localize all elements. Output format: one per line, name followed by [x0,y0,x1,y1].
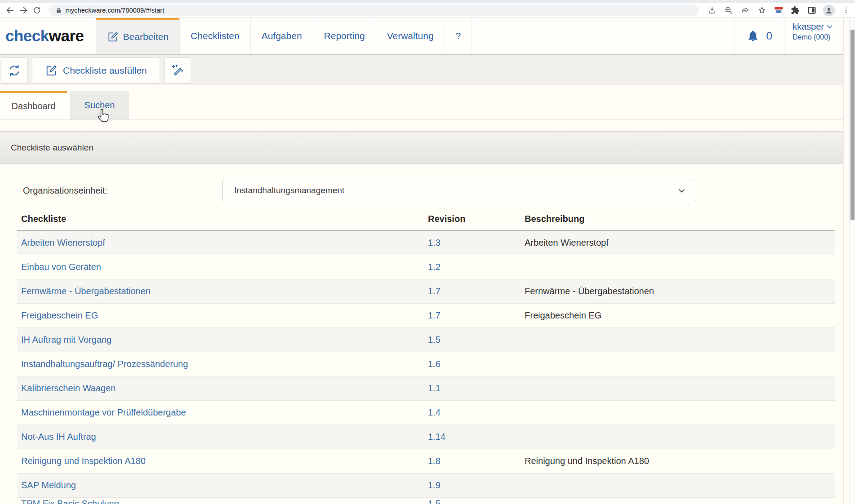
kebab-menu-icon[interactable] [841,4,851,17]
page-scrollbar [849,18,855,504]
checklist-link[interactable]: TPM Fix Basic Schulung [17,498,424,504]
nav-item-checklisten[interactable]: Checklisten [179,18,250,54]
checklist-revision: 1.7 [424,310,521,321]
checklist-description: Reinigung und Inspektion A180 [521,456,835,466]
panel-title: Checkliste auswählen [11,143,94,153]
forward-icon[interactable] [17,4,31,17]
notifications-button[interactable]: 0 [735,18,784,54]
puzzle-extensions-icon[interactable] [790,4,801,17]
header-right: 0 kkasper Demo (000) [735,18,843,54]
panel-content: Organisationseinheit: Instandhaltungsman… [0,164,843,504]
logo-part-ware: ware [49,27,84,45]
checklist-revision: 1.6 [424,359,521,369]
column-header-checkliste: Checkliste [17,214,424,224]
checklist-revision: 1.5 [424,335,521,345]
nav-item-verwaltung[interactable]: Verwaltung [376,18,445,54]
page-tabs: Dashboard Suchen [0,91,843,120]
edit-square-icon [107,31,119,43]
checklist-link[interactable]: SAP Meldung [17,480,424,491]
screenshot-root: mycheckware.com/700009/#/start [0,0,855,504]
checklist-description [521,498,835,499]
nav-item-label: Verwaltung [387,31,434,41]
table-row: TPM Fix Basic Schulung 1.5 [17,498,835,504]
table-row: Einbau von Geräten 1.2 [17,255,835,279]
app-header: checkware Bearbeiten Checklisten Aufgabe… [0,18,843,55]
user-name: kkasper [793,22,824,32]
scrollbar-thumb[interactable] [851,30,855,220]
org-unit-value: Instandhaltungsmanagement [234,186,677,195]
checklist-link[interactable]: IH Auftrag mit Vorgang [17,335,424,345]
org-unit-row: Organisationseinheit: Instandhaltungsman… [0,180,843,201]
nav-item-bearbeiten[interactable]: Bearbeiten [96,18,180,54]
nav-item-label: Checklisten [191,31,240,41]
bookmark-star-icon[interactable] [757,4,767,17]
chevron-down-icon [826,23,833,31]
checklist-description: Fernwärme - Übergabestationen [521,286,835,296]
tab-label: Dashboard [12,101,56,111]
checklist-link[interactable]: Not-Aus IH Auftrag [17,432,424,442]
checklist-link[interactable]: Freigabeschein EG [17,310,424,321]
url-bar[interactable]: mycheckware.com/700009/#/start [49,4,699,16]
back-icon[interactable] [4,4,17,17]
reload-icon[interactable] [30,4,44,17]
checklist-revision: 1.9 [424,480,521,491]
table-row: Not-Aus IH Auftrag 1.14 [17,425,835,449]
checklist-revision: 1.8 [424,456,521,466]
nav-item-help[interactable]: ? [445,18,472,54]
checklist-revision: 1.3 [424,238,521,248]
table-row: Arbeiten Wienerstopf 1.3 Arbeiten Wiener… [17,231,835,255]
extension-colored-icon[interactable] [773,4,784,17]
browser-toolbar: mycheckware.com/700009/#/start [0,3,855,18]
split-screen-icon[interactable] [806,4,817,17]
checklist-description: Arbeiten Wienerstopf [521,238,835,248]
nav-item-reporting[interactable]: Reporting [313,18,376,54]
lock-icon [55,7,62,14]
org-unit-select[interactable]: Instandhaltungsmanagement [223,180,696,201]
checklist-link[interactable]: Maschinenmontage vor Prüffeldübergabe [17,407,424,418]
refresh-icon [8,64,21,77]
profile-avatar-icon[interactable] [823,4,835,16]
checklist-revision: 1.7 [424,286,521,296]
table-body: Arbeiten Wienerstopf 1.3 Arbeiten Wiener… [17,231,835,504]
checklist-link[interactable]: Kalibrierschein Waagen [17,383,424,393]
logo-part-check: check [5,27,49,45]
fill-checklist-label: Checkliste ausfüllen [63,65,147,76]
checklist-link[interactable]: Reinigung und Inspektion A180 [17,456,424,466]
refresh-button[interactable] [1,57,28,84]
tab-suchen[interactable]: Suchen [70,91,129,119]
user-org: Demo (000) [793,33,833,41]
action-toolbar: Checkliste ausfüllen [0,55,843,85]
checklist-revision: 1.5 [424,498,521,504]
table-header-row: Checkliste Revision Beschreibung [17,208,835,231]
checklist-revision: 1.4 [424,407,521,418]
nav-item-aufgaben[interactable]: Aufgaben [250,18,313,54]
app-logo: checkware [0,18,89,54]
fill-checklist-button[interactable]: Checkliste ausfüllen [32,57,160,84]
tab-label: Suchen [85,100,115,111]
checklist-link[interactable]: Instandhaltungsauftrag/ Prozessänderung [17,359,424,369]
nav-item-label: Aufgaben [262,31,302,41]
checklist-revision: 1.14 [424,432,521,442]
table-row: IH Auftrag mit Vorgang 1.5 [17,328,835,352]
main-nav: Bearbeiten Checklisten Aufgaben Reportin… [96,18,472,54]
checklist-description: Freigabeschein EG [521,310,835,321]
user-menu[interactable]: kkasper Demo (000) [784,18,843,54]
checklist-link[interactable]: Einbau von Geräten [17,262,424,272]
tab-dashboard[interactable]: Dashboard [0,91,67,119]
table-row: Freigabeschein EG 1.7 Freigabeschein EG [17,304,835,328]
share-icon[interactable] [740,4,751,17]
magic-wand-button[interactable] [164,57,191,84]
table-row: SAP Meldung 1.9 [17,473,835,498]
edit-square-icon [45,64,58,77]
nav-item-label: ? [456,31,461,41]
panel-header: Checkliste auswählen [0,131,843,164]
table-row: Kalibrierschein Waagen 1.1 [17,376,835,401]
column-header-beschreibung: Beschreibung [521,214,835,224]
zoom-in-icon[interactable] [723,4,734,17]
chevron-down-icon [677,186,686,195]
checklist-revision: 1.1 [424,383,521,393]
browser-tabstrip [0,0,855,3]
install-icon[interactable] [707,4,717,17]
checklist-link[interactable]: Fernwärme - Übergabestationen [17,286,424,296]
checklist-link[interactable]: Arbeiten Wienerstopf [17,238,424,248]
